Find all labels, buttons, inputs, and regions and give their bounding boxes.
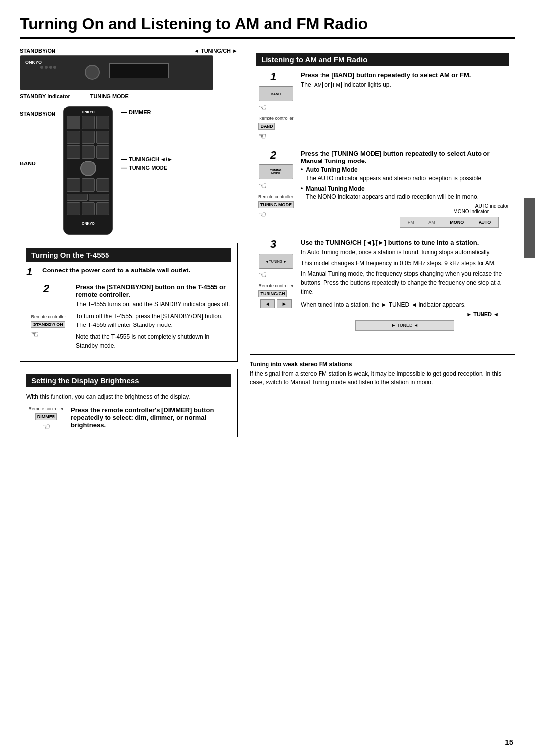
- step2-body1: The T-4555 turns on, and the STANDBY ind…: [76, 300, 231, 309]
- remote-buttons-mid: [67, 178, 109, 192]
- left-column: STANDBY/ON ◄ TUNING/CH ► ONKYO: [20, 48, 238, 444]
- receiver-bottom-labels: STANDBY indicator TUNING MODE: [20, 93, 238, 99]
- receiver-display: [109, 63, 169, 78]
- brightness-instruction: Press the remote controller's [DIMMER] b…: [71, 406, 231, 430]
- listen-step3: 3 ◄ TUNING ► ☜ Remote controller TUNING/…: [256, 239, 509, 334]
- standby-on-remote-label: STANDBY/ON: [20, 111, 55, 117]
- remote-btn-7: [67, 145, 80, 159]
- tuning-weak-title: Tuning into weak stereo FM stations: [250, 361, 515, 368]
- remote-bot-2: [82, 202, 95, 216]
- listen-step1-icon: 1 BAND ☜ Remote controller BAND ☜: [256, 71, 296, 142]
- band-remote-label: BAND: [20, 161, 55, 166]
- tuning-mode-remote-label: — TUNING MODE: [121, 164, 173, 171]
- remote-center-btn: [80, 161, 96, 176]
- remote-tuning-row: [67, 194, 109, 201]
- brightness-rc-button: DIMMER: [35, 413, 57, 420]
- standby-indicator-label: STANDBY indicator: [20, 93, 70, 99]
- listen-step1-rc-label: Remote controller: [258, 116, 293, 121]
- listen-step3-body4: When tuned into a station, the ► TUNED ◄…: [301, 300, 509, 309]
- listen-step1-rc: Remote controller BAND ☜: [258, 116, 293, 142]
- turning-on-header: Turning On the T-4555: [26, 248, 231, 262]
- remote-mid-1: [67, 178, 80, 192]
- step2-icon-area: 2 Remote controller STANDBY/ ON ☜: [26, 283, 71, 340]
- remote-btn-2: [82, 116, 95, 129]
- main-content: STANDBY/ON ◄ TUNING/CH ► ONKYO: [20, 48, 515, 444]
- brand-label: ONKYO: [25, 60, 42, 65]
- listen-step1-num: 1: [270, 71, 281, 82]
- listen-step1-device: BAND ☜: [259, 86, 293, 113]
- page-number: 15: [505, 738, 513, 746]
- indicator-display: FM AM MONO AUTO: [400, 217, 499, 228]
- listen-step2-title: Press the [TUNING MODE] button repeatedl…: [301, 150, 509, 164]
- ind-mono: MONO: [450, 220, 464, 225]
- hand-icon-step2: ☜: [31, 329, 66, 340]
- brightness-rc-label: Remote controller: [28, 406, 63, 411]
- step1-content: Connect the power cord to a suitable wal…: [42, 267, 231, 275]
- receiver-dial: [85, 65, 100, 80]
- remote-btn-3: [96, 116, 109, 129]
- step2-body2: To turn off the T-4555, press the [STAND…: [76, 312, 231, 329]
- manual-tuning-body: The MONO indicator appears and radio rec…: [306, 193, 479, 200]
- step2-title: Press the [STANDBY/ON] button on the T-4…: [76, 283, 231, 298]
- listen-step3-num: 3: [270, 239, 281, 250]
- right-column: Listening to AM and FM Radio 1 BAND ☜ Re…: [250, 48, 515, 444]
- listen-step2: 2 TUNINGMODE ☜ Remote controller TUNING …: [256, 150, 509, 231]
- auto-indicator-label: AUTO indicator: [301, 203, 509, 209]
- remote-mid-2: [82, 178, 95, 192]
- brightness-rc: Remote controller DIMMER ☜: [26, 406, 66, 432]
- auto-tuning-title: Auto Tuning Mode: [306, 166, 357, 173]
- step2-rc-label: Remote controller: [31, 314, 66, 319]
- listen-step2-rc-button: TUNING MODE: [258, 201, 294, 208]
- listening-section: Listening to AM and FM Radio 1 BAND ☜ Re…: [250, 48, 515, 347]
- mini-device-step2: TUNINGMODE: [259, 164, 293, 179]
- remote-buttons-bot: [67, 202, 109, 216]
- remote-left-labels: STANDBY/ON BAND: [20, 106, 55, 235]
- page-tab: [524, 198, 535, 258]
- hand-icon-brightness: ☜: [42, 421, 50, 432]
- tuning-left-btn: ◄: [260, 299, 275, 308]
- listen-step1-body: The AM or FM indicator lights up.: [301, 80, 509, 89]
- page-container: Turning On and Listening to AM and FM Ra…: [0, 0, 535, 756]
- tuning-weak-section: Tuning into weak stereo FM stations If t…: [250, 361, 515, 387]
- remote-tuning-left: [67, 194, 88, 201]
- listen-step3-body3: In Manual Tuning mode, the frequency sto…: [301, 270, 509, 296]
- brightness-body: With this function, you can adjust the b…: [26, 392, 231, 401]
- manual-tuning-title: Manual Tuning Mode: [306, 185, 364, 192]
- listen-step1-title: Press the [BAND] button repeatedly to se…: [301, 71, 509, 79]
- dot3: [49, 66, 52, 69]
- listen-step3-content: Use the TUNING/CH [◄]/[►] buttons to tun…: [301, 239, 509, 334]
- listen-step1-rc-button: BAND: [258, 123, 275, 130]
- listen-step2-content: Press the [TUNING MODE] button repeatedl…: [301, 150, 509, 231]
- receiver-image: ONKYO: [20, 55, 213, 90]
- hand-icon-listen3a: ☜: [259, 270, 293, 280]
- ind-am: AM: [428, 220, 435, 225]
- tuning-weak-body: If the signal from a stereo FM station i…: [250, 369, 515, 387]
- tuning-mode-label: TUNING MODE: [90, 93, 129, 99]
- tuned-display-text: ► TUNED ◄: [391, 323, 418, 328]
- hand-icon-listen1: ☜: [259, 102, 293, 113]
- remote-area: STANDBY/ON BAND ONKYO: [20, 106, 238, 235]
- listen-step2-device: TUNINGMODE ☜: [259, 164, 293, 191]
- step2-content: Press the [STANDBY/ON] button on the T-4…: [76, 283, 231, 350]
- auto-tuning-body: The AUTO indicator appears and stereo ra…: [306, 175, 482, 182]
- listen-step2-bullet2: • Manual Tuning Mode The MONO indicator …: [301, 185, 509, 202]
- hand-icon-listen2b: ☜: [258, 209, 294, 220]
- listen-step3-body2: This model changes FM frequency in 0.05 …: [301, 259, 509, 268]
- step1-num: 1: [26, 267, 37, 277]
- turning-on-step1: 1 Connect the power cord to a suitable w…: [26, 267, 231, 277]
- remote-buttons-top: [67, 116, 109, 159]
- brightness-header: Setting the Display Brightness: [26, 374, 231, 387]
- remote-mid-3: [96, 178, 109, 192]
- receiver-diagram: STANDBY/ON ◄ TUNING/CH ► ONKYO: [20, 48, 238, 99]
- listen-step2-num: 2: [270, 150, 281, 161]
- turning-on-section: Turning On the T-4555 1 Connect the powe…: [20, 243, 238, 362]
- mini-device-step1: BAND: [259, 86, 293, 101]
- divider: [250, 354, 515, 355]
- remote-btn-5: [82, 131, 95, 144]
- tuning-right-btn: ►: [277, 299, 292, 308]
- brightness-rc-area: Remote controller DIMMER ☜ Press the rem…: [26, 406, 231, 432]
- remote-tuning-right: [89, 194, 109, 201]
- dot2: [45, 66, 48, 69]
- receiver-top-labels: STANDBY/ON ◄ TUNING/CH ►: [20, 48, 238, 54]
- listen-step3-rc-button: TUNING/CH: [258, 290, 287, 297]
